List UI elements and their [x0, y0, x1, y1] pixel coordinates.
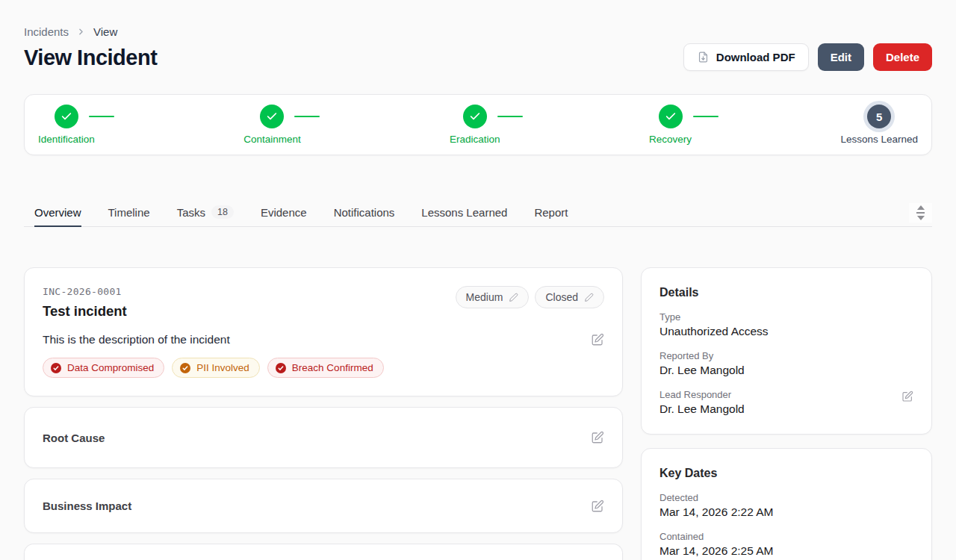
status-value: Closed: [545, 291, 578, 303]
main-column: INC-2026-0001 Test incident Medium Close…: [24, 267, 623, 560]
breadcrumb-view: View: [93, 25, 117, 38]
step-connector: [497, 116, 523, 117]
step-label: Containment: [243, 134, 301, 145]
step-complete-check-icon: [463, 105, 487, 128]
breadcrumb-incidents[interactable]: Incidents: [24, 25, 69, 38]
field-contained: Contained Mar 14, 2026 2:25 AM: [659, 531, 913, 558]
tab-timeline[interactable]: Timeline: [108, 199, 150, 227]
field-value: Mar 14, 2026 2:22 AM: [659, 505, 774, 519]
field-label: Lead Responder: [659, 389, 745, 400]
tab-label: Lessons Learned: [421, 206, 507, 219]
field-label: Detected: [659, 492, 774, 503]
tasks-count-badge: 18: [211, 205, 234, 219]
edit-lead-responder-icon[interactable]: [901, 391, 913, 402]
incident-summary-card: INC-2026-0001 Test incident Medium Close…: [24, 267, 623, 396]
step-count-badge: 5: [867, 105, 891, 128]
next-section-card: [24, 544, 623, 560]
field-value: Mar 14, 2026 2:25 AM: [659, 544, 774, 558]
field-value: Dr. Lee Mangold: [659, 364, 745, 377]
incident-identity: INC-2026-0001 Test incident: [43, 286, 127, 320]
key-dates-heading: Key Dates: [659, 467, 913, 480]
incident-title: Test incident: [43, 303, 127, 320]
tab-label: Timeline: [108, 206, 150, 219]
tab-label: Report: [534, 206, 568, 219]
field-type: Type Unauthorized Access: [659, 311, 913, 338]
edit-root-cause-icon[interactable]: [591, 431, 604, 444]
tab-label: Evidence: [261, 206, 307, 219]
step-containment: Containment: [240, 105, 304, 145]
tab-overview[interactable]: Overview: [34, 199, 81, 227]
field-reported-by: Reported By Dr. Lee Mangold: [659, 350, 913, 377]
scroll-down-icon[interactable]: [917, 216, 925, 220]
breadcrumb: Incidents View: [24, 25, 932, 38]
step-identification: Identification: [35, 105, 98, 145]
flag-breach-confirmed: Breach Confirmed: [267, 358, 384, 378]
field-label: Type: [659, 311, 769, 323]
step-complete-check-icon: [659, 105, 683, 128]
phase-stepper: Identification Containment Eradication R…: [24, 94, 932, 155]
incident-description: This is the description of the incident: [43, 333, 230, 346]
severity-pill[interactable]: Medium: [456, 286, 530, 308]
business-impact-title: Business Impact: [43, 500, 131, 512]
flag-label: Data Compromised: [67, 362, 154, 373]
edit-description-icon[interactable]: [591, 333, 604, 346]
edit-button[interactable]: Edit: [818, 43, 864, 71]
key-dates-card: Key Dates Detected Mar 14, 2026 2:22 AM …: [641, 448, 932, 560]
download-file-icon: [697, 51, 710, 63]
step-complete-check-icon: [260, 105, 284, 128]
root-cause-card: Root Cause: [24, 407, 623, 468]
step-lessons-learned: 5 Lessons Learned: [837, 105, 921, 145]
field-label: Reported By: [659, 350, 745, 361]
incident-flags: Data Compromised PII Involved Breach Con…: [43, 358, 604, 378]
edit-business-impact-icon[interactable]: [591, 500, 604, 513]
tab-report[interactable]: Report: [534, 199, 568, 227]
check-circle-icon: [276, 363, 286, 373]
tab-scroll-control[interactable]: [909, 203, 932, 223]
tab-tasks[interactable]: Tasks 18: [177, 199, 234, 227]
page-header: Incidents View View Incident Download PD…: [24, 25, 932, 70]
pencil-icon: [509, 293, 518, 302]
tab-label: Overview: [34, 206, 81, 219]
side-column: Details Type Unauthorized Access Reporte…: [641, 267, 932, 560]
incident-id: INC-2026-0001: [43, 286, 127, 297]
tab-label: Tasks: [177, 206, 205, 219]
details-card: Details Type Unauthorized Access Reporte…: [641, 267, 932, 435]
flag-pii-involved: PII Involved: [172, 358, 260, 378]
step-connector: [693, 116, 718, 117]
header-actions: Download PDF Edit Delete: [683, 43, 932, 71]
severity-value: Medium: [466, 291, 503, 303]
pencil-icon: [584, 293, 594, 302]
field-lead-responder: Lead Responder Dr. Lee Mangold: [659, 389, 913, 416]
download-pdf-label: Download PDF: [716, 51, 795, 63]
incident-badges: Medium Closed: [456, 286, 604, 308]
scroll-thumb: [916, 212, 925, 214]
step-connector: [89, 116, 114, 117]
step-connector: [294, 116, 320, 117]
download-pdf-button[interactable]: Download PDF: [683, 43, 809, 71]
tab-lessons-learned[interactable]: Lessons Learned: [421, 199, 507, 227]
step-recovery: Recovery: [646, 105, 695, 145]
flag-label: Breach Confirmed: [292, 362, 373, 373]
step-label: Recovery: [649, 134, 692, 145]
field-detected: Detected Mar 14, 2026 2:22 AM: [659, 492, 913, 519]
step-complete-check-icon: [55, 105, 78, 128]
field-value: Unauthorized Access: [659, 325, 769, 338]
step-label: Lessons Learned: [840, 134, 918, 145]
step-label: Eradication: [450, 134, 500, 145]
tab-evidence[interactable]: Evidence: [261, 199, 307, 227]
status-pill[interactable]: Closed: [535, 286, 604, 308]
view-incident-page: Incidents View View Incident Download PD…: [0, 0, 956, 560]
chevron-right-icon: [76, 27, 86, 37]
business-impact-card: Business Impact: [24, 479, 623, 533]
delete-button[interactable]: Delete: [873, 43, 932, 71]
tab-notifications[interactable]: Notifications: [334, 199, 395, 227]
tab-label: Notifications: [334, 206, 395, 219]
scroll-up-icon[interactable]: [917, 205, 925, 210]
step-label: Identification: [38, 134, 95, 145]
check-circle-icon: [180, 363, 190, 373]
flag-label: PII Involved: [196, 362, 249, 373]
overview-content: INC-2026-0001 Test incident Medium Close…: [24, 267, 932, 560]
field-label: Contained: [659, 531, 774, 542]
root-cause-title: Root Cause: [43, 432, 105, 444]
tab-bar: Overview Timeline Tasks 18 Evidence Noti…: [24, 199, 932, 227]
